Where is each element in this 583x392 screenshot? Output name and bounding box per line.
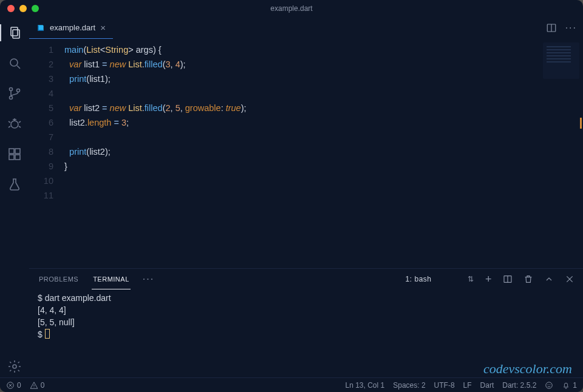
status-sdk[interactable]: Dart: 2.5.2: [502, 381, 536, 390]
svg-line-3: [17, 66, 20, 69]
smiley-icon: [545, 381, 553, 390]
svg-point-31: [548, 384, 548, 385]
activity-bar: [0, 17, 29, 377]
svg-rect-1: [13, 30, 19, 38]
close-panel-icon[interactable]: [565, 274, 574, 284]
overview-ruler-mark: [580, 118, 582, 129]
terminal-selector[interactable]: 1: bash ⇅: [406, 275, 474, 283]
svg-rect-15: [9, 155, 14, 160]
svg-point-32: [550, 384, 551, 385]
status-encoding[interactable]: UTF-8: [434, 381, 455, 390]
terminal-output[interactable]: $ dart example.dart[4, 4, 4][5, 5, null]…: [29, 289, 583, 377]
svg-point-18: [13, 365, 16, 368]
activity-debug[interactable]: [0, 113, 29, 135]
svg-rect-16: [15, 155, 20, 160]
titlebar: example.dart: [0, 0, 583, 17]
svg-line-9: [9, 121, 10, 123]
status-errors[interactable]: 0: [6, 381, 21, 390]
more-actions-icon[interactable]: ···: [565, 22, 577, 33]
trash-icon[interactable]: [523, 274, 533, 284]
bottom-panel: PROBLEMS TERMINAL ··· 1: bash ⇅ +: [29, 268, 583, 377]
status-language[interactable]: Dart: [480, 381, 494, 390]
panel-tab-terminal[interactable]: TERMINAL: [92, 269, 131, 289]
split-editor-icon[interactable]: [546, 22, 557, 33]
gear-icon: [7, 359, 22, 374]
tab-close-icon[interactable]: ×: [100, 22, 106, 33]
bug-icon: [7, 117, 22, 131]
panel-tabs: PROBLEMS TERMINAL ··· 1: bash ⇅ +: [29, 269, 583, 289]
svg-point-2: [10, 59, 18, 66]
search-icon: [7, 56, 22, 70]
status-cursor-pos[interactable]: Ln 13, Col 1: [346, 381, 385, 390]
status-bar: 0 0 Ln 13, Col 1 Spaces: 2 UTF-8 LF Dart…: [0, 377, 583, 392]
editor[interactable]: 1234567891011 main(List<String> args) { …: [29, 39, 583, 268]
beaker-icon: [7, 177, 22, 192]
bell-icon: [562, 381, 570, 390]
dart-file-icon: [36, 24, 45, 32]
status-feedback[interactable]: [545, 381, 553, 390]
new-terminal-icon[interactable]: +: [485, 274, 492, 285]
svg-point-4: [10, 88, 13, 91]
tab-label: example.dart: [50, 23, 95, 32]
status-eol[interactable]: LF: [463, 381, 472, 390]
window-title: example.dart: [0, 4, 583, 13]
minimap[interactable]: [543, 42, 579, 79]
chevron-updown-icon: ⇅: [468, 275, 474, 283]
minimize-window-button[interactable]: [19, 5, 27, 12]
error-icon: [6, 381, 15, 390]
activity-search[interactable]: [0, 52, 29, 74]
activity-extensions[interactable]: [0, 143, 29, 165]
panel-more-icon[interactable]: ···: [143, 274, 154, 285]
split-terminal-icon[interactable]: [503, 274, 513, 284]
files-icon: [7, 25, 22, 40]
status-notifications[interactable]: 1: [562, 381, 577, 390]
close-window-button[interactable]: [7, 5, 15, 12]
code-area[interactable]: main(List<String> args) { var list1 = ne…: [64, 39, 583, 268]
svg-rect-14: [9, 149, 14, 154]
svg-line-12: [19, 126, 21, 127]
line-number-gutter: 1234567891011: [29, 39, 64, 268]
panel-tab-problems[interactable]: PROBLEMS: [38, 269, 80, 289]
activity-explorer[interactable]: [0, 22, 29, 44]
watermark: codevscolor.com: [483, 363, 572, 375]
activity-source-control[interactable]: [0, 83, 29, 104]
branch-icon: [7, 86, 22, 101]
svg-line-10: [19, 121, 21, 123]
terminal-selector-label: 1: bash: [406, 275, 432, 283]
svg-line-11: [9, 126, 10, 127]
svg-rect-17: [15, 149, 20, 154]
maximize-window-button[interactable]: [32, 5, 39, 12]
activity-settings[interactable]: [0, 356, 29, 377]
vscode-window: example.dart: [0, 0, 583, 392]
svg-point-7: [11, 121, 18, 128]
tab-example-dart[interactable]: example.dart ×: [29, 17, 113, 39]
svg-point-30: [546, 382, 553, 388]
chevron-up-icon[interactable]: [544, 274, 554, 284]
activity-experiments[interactable]: [0, 174, 29, 195]
traffic-lights: [7, 5, 39, 12]
svg-rect-0: [11, 27, 18, 36]
editor-actions: ···: [546, 22, 577, 33]
editor-tabs: example.dart × ···: [29, 17, 583, 39]
svg-point-6: [17, 89, 20, 92]
svg-point-5: [10, 96, 13, 100]
warning-icon: [30, 381, 38, 390]
status-warnings[interactable]: 0: [30, 381, 45, 390]
extensions-icon: [7, 147, 22, 161]
status-indent[interactable]: Spaces: 2: [393, 381, 425, 390]
